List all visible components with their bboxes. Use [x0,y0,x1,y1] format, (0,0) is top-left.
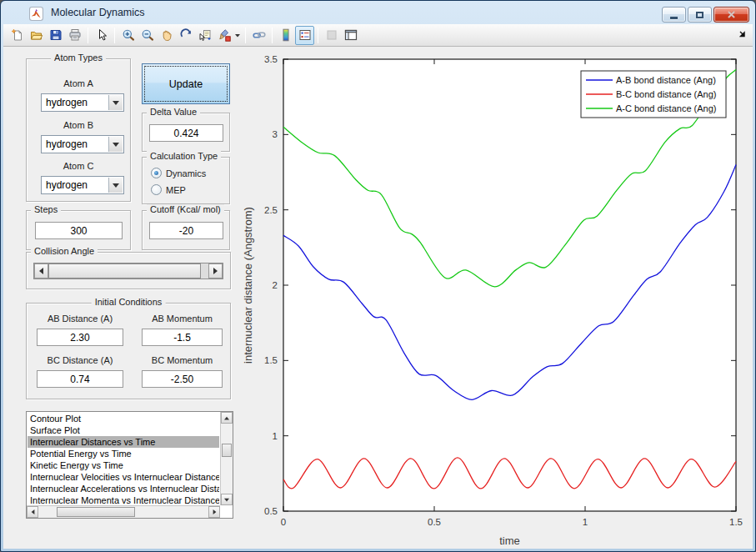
ab-distance-field[interactable] [37,329,123,346]
title-bar[interactable]: Molecular Dynamics [1,1,755,24]
y-tick-label: 1.5 [264,355,278,365]
atom-b-dropdown[interactable]: hydrogen [41,135,124,153]
y-tick-label: 2 [273,280,278,290]
steps-field[interactable] [35,222,123,239]
rotate-3d-button[interactable] [176,26,195,45]
toolbar-anchor-icon[interactable] [739,31,748,39]
list-item[interactable]: Internuclear Accelerations vs Internucle… [28,483,219,494]
zoom-in-button[interactable] [118,26,138,45]
show-plot-tools-icon [344,28,358,42]
insert-legend-button[interactable] [295,26,314,45]
horizontal-scroll-thumb[interactable] [57,507,135,517]
new-figure-button[interactable] [8,26,27,45]
list-item[interactable]: Surface Plot [28,424,219,436]
atom-b-value: hydrogen [46,138,88,150]
scroll-down-arrow[interactable] [221,494,233,505]
mep-radio[interactable]: MEP [151,184,186,195]
save-figure-button[interactable] [46,26,65,45]
slider-thumb[interactable] [48,263,201,279]
list-item[interactable]: Potential Energy vs Time [28,448,219,459]
insert-colorbar-button[interactable] [276,26,295,45]
link-plot-button[interactable] [249,26,268,45]
chart-legend[interactable]: A-B bond distance (Ang)B-C bond distance… [581,71,726,118]
radio-icon[interactable] [151,184,162,195]
brush-data-button[interactable] [214,26,233,45]
list-item[interactable]: Kinetic Energy vs Time [28,459,219,471]
toolbar-separator [114,28,115,43]
list-item[interactable]: Internuclear Momenta vs Internuclear Dis… [28,494,219,504]
data-cursor-button[interactable] [195,26,214,45]
dropdown-arrow-icon[interactable] [108,178,123,193]
x-tick-label: 0 [281,517,286,527]
list-item[interactable]: Contour Plot [28,413,219,424]
toolbar-separator [88,28,88,43]
pan-button[interactable] [157,26,176,45]
plot-type-listbox[interactable]: Contour PlotSurface PlotInternuclear Dis… [26,411,233,519]
atom-c-label: Atom C [27,161,130,171]
legend-label: B-C bond distance (Ang) [616,89,716,99]
print-figure-button[interactable] [65,26,84,45]
radio-icon[interactable] [151,168,162,178]
list-item[interactable]: Internuclear Velocities vs Internuclear … [28,471,219,483]
scroll-right-arrow[interactable] [208,506,220,518]
atom-c-dropdown[interactable]: hydrogen [41,176,124,194]
chart[interactable]: 00.511.50.511.522.533.5timeinternuclear … [238,48,753,549]
listbox-horizontal-scrollbar[interactable] [27,505,220,518]
dropdown-arrow-icon[interactable] [108,95,123,110]
edit-plot-button[interactable] [92,26,111,45]
delta-value-title: Delta Value [147,107,200,117]
dynamics-radio-label: Dynamics [166,168,206,178]
app-window: Molecular Dynamics [0,0,756,552]
steps-panel: Steps [26,210,131,250]
dynamics-radio[interactable]: Dynamics [151,168,206,178]
brush-dropdown-button[interactable] [233,26,242,45]
vertical-scroll-thumb[interactable] [222,444,232,457]
figure-canvas: Atom Types Atom A hydrogen Atom B hydrog… [3,47,753,549]
hide-plot-tools-icon [325,28,338,42]
open-file-button[interactable] [27,26,46,45]
scroll-up-arrow[interactable] [221,412,233,424]
hide-plot-tools-button[interactable] [322,26,341,45]
initial-conditions-panel: Initial Conditions AB Distance (A) AB Mo… [26,303,231,399]
y-tick-label: 0.5 [264,506,278,516]
ab-momentum-field[interactable] [142,329,223,346]
list-item[interactable]: Internuclear Distances vs Time [28,436,219,448]
brush-data-icon [218,28,231,42]
maximize-button[interactable] [688,7,712,23]
bc-distance-field[interactable] [37,370,123,388]
bc-distance-label: BC Distance (A) [37,355,123,365]
x-axis-label: time [499,534,520,547]
steps-title: Steps [31,204,61,214]
rotate-3d-icon [179,28,193,42]
minimize-button[interactable] [662,7,686,23]
delta-value-field[interactable] [149,124,223,142]
toolbar-separator [318,28,318,43]
insert-legend-icon [298,28,312,42]
ab-distance-label: AB Distance (A) [37,314,123,324]
show-plot-tools-button[interactable] [341,26,360,45]
y-tick-label: 3.5 [264,54,278,64]
y-axis-label: internuclear distance (Angstrom) [242,207,254,364]
zoom-out-button[interactable] [138,26,157,45]
x-tick-label: 1.5 [729,517,743,527]
collision-angle-slider[interactable] [33,263,223,279]
x-tick-label: 1 [583,517,588,527]
plot-type-list: Contour PlotSurface PlotInternuclear Dis… [28,413,219,504]
update-button-label: Update [169,78,203,90]
listbox-vertical-scrollbar[interactable] [220,412,233,505]
update-button[interactable]: Update [142,63,230,104]
dropdown-arrow-icon[interactable] [108,137,123,152]
atom-c-value: hydrogen [46,179,88,191]
scroll-left-arrow[interactable] [27,506,38,518]
bc-momentum-field[interactable] [142,370,223,388]
slider-left-arrow[interactable] [34,263,48,279]
data-cursor-icon [198,28,212,42]
plot-area[interactable]: 00.511.50.511.522.533.5timeinternuclear … [238,48,753,549]
new-figure-icon [11,28,24,42]
calculation-type-panel: Calculation Type Dynamics MEP [142,157,230,204]
atom-a-dropdown[interactable]: hydrogen [41,93,124,112]
zoom-out-icon [141,28,154,42]
close-button[interactable] [713,7,749,23]
cutoff-field[interactable] [149,222,223,239]
slider-right-arrow[interactable] [208,263,223,279]
